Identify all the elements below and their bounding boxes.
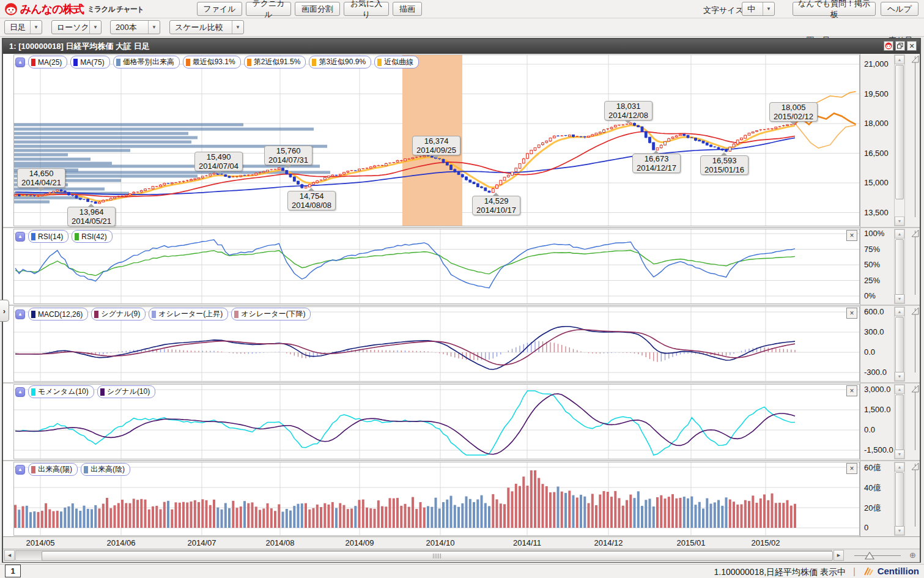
legend-item-main-4[interactable]: 第2近似91.5% [244, 56, 306, 69]
zoom-slider-handle[interactable] [911, 229, 919, 237]
scroll-down-icon[interactable]: ▼ [895, 526, 904, 535]
chart-window: 1: [100000018] 日経平均株価 大証 日足 ✕ 21,00019,5… [2, 38, 921, 563]
scroll-up-icon[interactable]: ▲ [895, 229, 904, 239]
legend-swatch-icon [100, 388, 105, 396]
qa-board-button[interactable]: なんでも質問！掲示板 [793, 2, 876, 16]
vertical-scrollbar[interactable]: ▲▼ [894, 229, 905, 304]
vertical-scrollbar[interactable]: ▲▼ [894, 54, 905, 226]
vertical-scroll-thumb[interactable] [895, 317, 904, 372]
scroll-up-icon[interactable]: ▲ [895, 55, 904, 64]
help-button[interactable]: ヘルプ [881, 2, 918, 16]
volume-plot[interactable] [3, 461, 860, 536]
date-axis-label: 2014/10 [421, 538, 460, 547]
chevron-down-icon[interactable]: ▼ [232, 21, 243, 34]
scale-compare-dropdown[interactable]: スケール比較▼ [169, 20, 244, 34]
price-callout: 16,6732014/12/17 [632, 154, 681, 173]
legend-item-main-1[interactable]: MA(75) [70, 56, 109, 69]
scroll-up-icon[interactable]: ▲ [895, 307, 904, 316]
legend-item-main-3[interactable]: 最近似93.1% [183, 56, 241, 69]
callout-price: 14,529 [484, 196, 509, 206]
callout-date: 2014/07/04 [199, 161, 238, 171]
legend-item-main-6[interactable]: 近似曲線 [374, 56, 419, 69]
bar-count-dropdown[interactable]: 200本▼ [110, 20, 160, 34]
legend-item-macd-0[interactable]: MACD(12,26) [28, 308, 88, 320]
panel-zoom-slider[interactable] [911, 229, 919, 303]
chevron-down-icon[interactable]: ▼ [30, 21, 42, 34]
close-window-icon[interactable]: ✕ [907, 41, 917, 51]
status-bar: 1 1.100000018,日経平均株価 表示中 | Centillion [0, 564, 924, 578]
close-panel-button[interactable]: × [846, 308, 857, 319]
chart-window-titlebar[interactable]: 1: [100000018] 日経平均株価 大証 日足 ✕ [3, 39, 920, 54]
vertical-scroll-thumb[interactable] [895, 472, 904, 527]
panel-zoom-slider[interactable] [911, 385, 919, 459]
callout-date: 2014/08/08 [292, 201, 331, 210]
chevron-down-icon[interactable]: ▼ [763, 2, 774, 15]
vertical-scroll-thumb[interactable] [895, 239, 904, 295]
legend-item-main-2[interactable]: 価格帯別出来高 [113, 56, 180, 69]
callout-price: 18,031 [616, 102, 641, 111]
magnifier-icon[interactable]: ⊕ [909, 550, 916, 560]
menu-button-favorites[interactable]: お気に入り [344, 2, 389, 16]
left-panel-expander[interactable]: › [0, 300, 9, 322]
menu-button-split-screen[interactable]: 画面分割 [295, 2, 340, 16]
close-panel-button[interactable]: × [846, 230, 857, 241]
collapse-panel-button[interactable]: ▲ [15, 232, 25, 242]
panel-zoom-slider[interactable] [911, 55, 919, 226]
legend-item-volume-1[interactable]: 出来高(陰) [81, 463, 130, 476]
scroll-down-icon[interactable]: ▼ [895, 372, 904, 381]
zoom-slider-handle[interactable] [911, 307, 919, 315]
scroll-right-icon[interactable]: ▶ [833, 550, 844, 561]
legend-item-momentum-0[interactable]: モメンタム(10) [28, 385, 94, 398]
scroll-down-icon[interactable]: ▼ [895, 450, 904, 459]
horizontal-scroll-thumb[interactable] [42, 551, 833, 561]
restore-window-icon[interactable] [895, 41, 905, 51]
legend-item-volume-0[interactable]: 出来高(陽) [28, 463, 78, 476]
scroll-up-icon[interactable]: ▲ [895, 462, 904, 472]
collapse-panel-button[interactable]: ▲ [15, 465, 25, 475]
zoom-slider-handle[interactable] [911, 55, 919, 63]
menu-button-file[interactable]: ファイル [197, 2, 242, 16]
close-panel-button[interactable]: × [846, 385, 857, 396]
legend-swatch-icon [312, 59, 316, 66]
legend-item-momentum-1[interactable]: シグナル(10) [97, 385, 155, 398]
panel-zoom-slider[interactable] [911, 462, 919, 535]
font-size-dropdown[interactable]: 中 ▼ [742, 2, 775, 16]
period-dropdown[interactable]: 日足▼ [4, 20, 42, 34]
legend-item-macd-2[interactable]: オシレーター(上昇) [149, 308, 228, 320]
zoom-slider-track[interactable] [854, 555, 901, 556]
chevron-down-icon[interactable]: ▼ [89, 21, 101, 34]
legend-item-main-0[interactable]: MA(25) [28, 56, 67, 69]
zoom-slider-handle[interactable] [911, 385, 919, 393]
horizontal-scroll-track[interactable] [15, 550, 832, 561]
collapse-panel-button[interactable]: ▲ [15, 57, 25, 67]
legend-label: 近似曲線 [384, 57, 413, 67]
scroll-down-icon[interactable]: ▼ [895, 294, 904, 303]
legend-item-macd-1[interactable]: シグナル(9) [91, 308, 146, 320]
legend-item-main-5[interactable]: 第3近似90.9% [309, 56, 371, 69]
chart-style-dropdown[interactable]: ローソク▼ [51, 20, 102, 34]
menu-button-draw[interactable]: 描画 [393, 2, 422, 16]
rsi-plot[interactable] [3, 228, 860, 305]
vertical-scroll-thumb[interactable] [895, 395, 904, 450]
zoom-slider-handle[interactable] [911, 462, 919, 470]
page-tab[interactable]: 1 [5, 565, 21, 577]
scroll-left-icon[interactable]: ◀ [4, 550, 15, 561]
chevron-down-icon[interactable]: ▼ [148, 21, 160, 34]
menu-button-technical[interactable]: テクニカル [246, 2, 291, 16]
mascot-window-icon[interactable] [884, 41, 893, 51]
collapse-panel-button[interactable]: ▲ [15, 387, 25, 397]
zoom-slider-handle[interactable] [864, 550, 875, 560]
vertical-scroll-thumb[interactable] [895, 65, 904, 199]
vertical-scrollbar[interactable]: ▲▼ [894, 306, 905, 382]
legend-item-rsi-1[interactable]: RSI(42) [72, 230, 112, 243]
horizontal-scrollbar[interactable]: ◀ ▶ ⊕ [3, 549, 920, 562]
vertical-scrollbar[interactable]: ▲▼ [894, 384, 905, 459]
vertical-scrollbar[interactable]: ▲▼ [894, 462, 905, 536]
legend-item-macd-3[interactable]: オシレーター(下降) [231, 308, 311, 320]
collapse-panel-button[interactable]: ▲ [15, 309, 25, 319]
legend-item-rsi-0[interactable]: RSI(14) [28, 230, 68, 243]
close-panel-button[interactable]: × [846, 463, 857, 474]
scroll-down-icon[interactable]: ▼ [895, 217, 904, 226]
scroll-up-icon[interactable]: ▲ [895, 385, 904, 394]
panel-zoom-slider[interactable] [911, 307, 919, 381]
